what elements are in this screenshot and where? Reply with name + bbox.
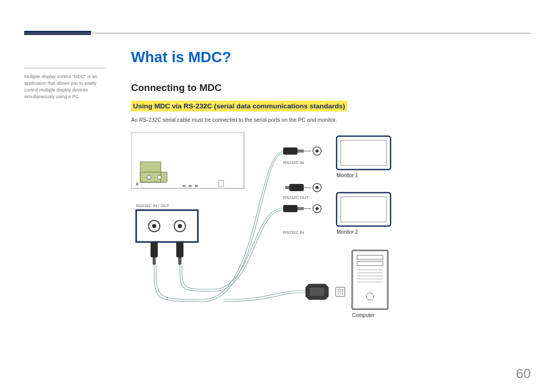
svg-rect-29 [298, 207, 304, 210]
svg-rect-33 [337, 136, 391, 170]
main-content: What is MDC? Connecting to MDC Using MDC… [131, 49, 531, 327]
svg-rect-34 [341, 140, 386, 165]
svg-rect-19 [298, 150, 304, 153]
cable-label-rs232c-out: RS232C OUT [283, 195, 308, 200]
svg-point-8 [157, 175, 161, 179]
section-heading: Using MDC via RS-232C (serial data commu… [131, 101, 347, 111]
svg-point-13 [178, 224, 182, 228]
svg-rect-50 [357, 255, 383, 259]
svg-point-22 [316, 150, 319, 153]
plug-group-mid-out: RS232C OUT [283, 183, 321, 200]
svg-rect-16 [176, 242, 183, 257]
computer-label: Computer [352, 312, 375, 318]
sidebar-note-text: Multiple display control "MDC" is an app… [24, 74, 97, 99]
svg-point-40 [340, 289, 341, 290]
jack-right [176, 242, 183, 265]
svg-point-43 [340, 291, 341, 292]
page-number: 60 [516, 366, 531, 382]
svg-rect-35 [337, 193, 391, 226]
svg-rect-14 [151, 242, 158, 257]
svg-rect-3 [182, 185, 186, 187]
svg-point-11 [152, 224, 156, 228]
svg-rect-6 [218, 180, 224, 186]
plug-group-top: RS232C IN [283, 147, 321, 165]
page-title: What is MDC? [131, 49, 531, 66]
svg-point-42 [338, 291, 339, 292]
svg-rect-28 [283, 205, 298, 212]
svg-rect-15 [153, 257, 156, 265]
body-paragraph: An RS-232C serial cable must be connecte… [131, 117, 531, 123]
svg-point-24 [316, 186, 319, 189]
vga-connector [306, 284, 345, 300]
svg-point-46 [340, 293, 341, 294]
svg-rect-9 [136, 210, 198, 242]
svg-rect-49 [353, 251, 387, 308]
svg-point-47 [342, 293, 343, 294]
cable-label-rs232c-in-2: RS232C IN [283, 230, 304, 235]
svg-point-39 [338, 289, 339, 290]
cable-label-rs232c-in-1: RS232C IN [283, 160, 304, 165]
header-rule [24, 33, 531, 33]
svg-rect-17 [178, 257, 181, 265]
svg-rect-37 [310, 288, 324, 296]
svg-rect-2 [136, 182, 138, 185]
monitor-2-label: Monitor 2 [337, 229, 358, 235]
svg-rect-18 [283, 147, 298, 155]
connection-diagram: RS232C IN / OUT [131, 132, 491, 327]
svg-point-7 [147, 175, 151, 179]
svg-point-32 [316, 207, 319, 210]
svg-point-44 [342, 291, 343, 292]
port-block: RS232C IN / OUT [136, 203, 198, 242]
section-subtitle: Connecting to MDC [131, 82, 531, 94]
svg-point-57 [366, 293, 374, 300]
computer-tower: Computer [352, 250, 388, 318]
svg-point-41 [342, 289, 343, 290]
monitor-1: Monitor 1 [337, 136, 391, 178]
sidebar-note: Multiple display control "MDC" is an app… [24, 68, 106, 100]
svg-rect-5 [195, 185, 198, 187]
plug-group-mid-in: RS232C IN [283, 204, 321, 235]
svg-rect-26 [289, 184, 304, 191]
device-back-panel [131, 132, 244, 189]
jack-left [151, 242, 158, 265]
svg-rect-27 [285, 186, 289, 189]
svg-point-45 [338, 293, 339, 294]
svg-rect-36 [341, 197, 386, 222]
monitor-2: Monitor 2 [337, 193, 391, 235]
port-block-label: RS232C IN / OUT [136, 203, 169, 208]
svg-rect-4 [189, 185, 192, 187]
svg-rect-51 [357, 262, 383, 266]
monitor-1-label: Monitor 1 [337, 173, 358, 178]
